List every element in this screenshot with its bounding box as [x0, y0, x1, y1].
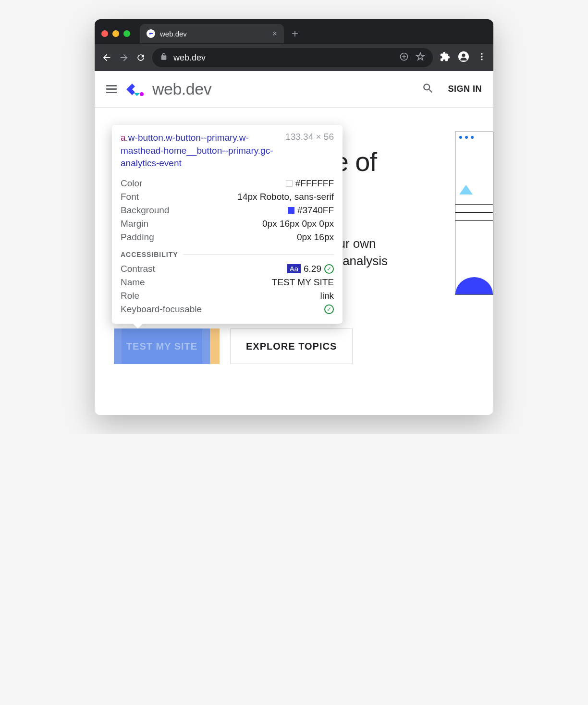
menu-icon[interactable]: [477, 52, 487, 63]
tab-title: web.dev: [160, 30, 187, 38]
bookmark-icon[interactable]: [416, 52, 425, 63]
forward-button[interactable]: [119, 52, 129, 63]
element-selector: a.w-button.w-button--primary.w-masthead-…: [121, 132, 280, 170]
page-content: web.dev SIGN IN re of your own nd analys…: [95, 71, 493, 415]
url-text: web.dev: [173, 53, 206, 63]
site-name: web.dev: [152, 80, 211, 98]
close-window-icon[interactable]: [101, 30, 108, 37]
button-label: TEST MY SITE: [122, 328, 202, 364]
style-row-padding: Padding 0px 16px: [121, 231, 334, 244]
reload-button[interactable]: [136, 53, 146, 62]
contrast-value: 6.29: [304, 264, 321, 274]
element-tag: a: [121, 133, 126, 143]
svg-point-2: [462, 54, 466, 57]
a11y-value: link: [320, 291, 334, 301]
site-logo[interactable]: web.dev: [125, 80, 211, 98]
search-button[interactable]: [422, 82, 434, 97]
test-my-site-button[interactable]: TEST MY SITE: [114, 328, 220, 364]
style-row-color: Color #FFFFFF: [121, 177, 334, 190]
browser-tab[interactable]: web.dev ×: [140, 24, 284, 43]
hero-section: re of your own nd analysis a.w-button.w-…: [95, 108, 493, 377]
footer-spacer: [95, 377, 493, 415]
back-button[interactable]: [101, 52, 112, 63]
toolbar-right: [440, 51, 487, 64]
contrast-badge: Aa: [287, 264, 301, 273]
hero-buttons: TEST MY SITE EXPLORE TOPICS: [114, 328, 353, 364]
site-header: web.dev SIGN IN: [95, 71, 493, 108]
install-icon[interactable]: [399, 52, 409, 63]
style-label: Padding: [121, 232, 154, 243]
style-value: #3740FF: [297, 205, 334, 216]
svg-point-3: [481, 53, 482, 55]
svg-point-4: [481, 56, 482, 57]
a11y-label: Name: [121, 277, 145, 288]
browser-window: web.dev × + web.dev: [95, 19, 493, 415]
favicon-icon: [147, 29, 155, 38]
a11y-row-role: Role link: [121, 289, 334, 303]
style-row-font: Font 14px Roboto, sans-serif: [121, 190, 334, 204]
header-right: SIGN IN: [422, 82, 482, 97]
style-value: 0px 16px 0px 0px: [262, 219, 334, 229]
maximize-window-icon[interactable]: [123, 30, 130, 37]
omnibox-actions: [399, 52, 425, 63]
style-label: Font: [121, 192, 139, 202]
devtools-inspector-tooltip: a.w-button.w-button--primary.w-masthead-…: [112, 125, 343, 324]
explore-topics-button[interactable]: EXPLORE TOPICS: [230, 328, 353, 364]
profile-icon[interactable]: [458, 51, 469, 64]
accessibility-section-header: ACCESSIBILITY: [121, 251, 334, 258]
svg-point-5: [481, 59, 482, 60]
signin-button[interactable]: SIGN IN: [448, 84, 482, 94]
new-tab-button[interactable]: +: [292, 27, 298, 40]
tab-strip: web.dev × +: [95, 19, 493, 44]
a11y-label: Role: [121, 291, 139, 301]
a11y-label: Keyboard-focusable: [121, 304, 202, 315]
browser-chrome: web.dev × + web.dev: [95, 19, 493, 71]
a11y-label: Contrast: [121, 264, 155, 274]
minimize-window-icon[interactable]: [112, 30, 119, 37]
hero-illustration: [455, 132, 493, 295]
element-dimensions: 133.34 × 56: [285, 132, 334, 170]
style-value: 0px 16px: [297, 232, 334, 243]
a11y-value: TEST MY SITE: [272, 277, 334, 288]
lock-icon: [160, 53, 168, 62]
style-row-background: Background #3740FF: [121, 204, 334, 217]
browser-toolbar: web.dev: [95, 44, 493, 71]
window-controls: [101, 30, 130, 37]
a11y-row-focusable: Keyboard-focusable ✓: [121, 303, 334, 316]
element-classes: .w-button.w-button--primary.w-masthead-h…: [121, 133, 273, 168]
logo-icon: [125, 81, 147, 98]
style-label: Color: [121, 178, 142, 189]
check-icon: ✓: [324, 264, 334, 274]
button-label: EXPLORE TOPICS: [246, 341, 337, 352]
check-icon: ✓: [324, 304, 334, 314]
style-label: Background: [121, 205, 169, 216]
extensions-icon[interactable]: [440, 51, 450, 64]
style-label: Margin: [121, 219, 148, 229]
close-tab-icon[interactable]: ×: [272, 29, 277, 39]
style-value: 14px Roboto, sans-serif: [237, 192, 334, 202]
style-value: #FFFFFF: [295, 178, 334, 189]
address-bar[interactable]: web.dev: [152, 48, 433, 67]
a11y-row-contrast: Contrast Aa 6.29 ✓: [121, 262, 334, 276]
hamburger-menu-button[interactable]: [106, 85, 117, 93]
a11y-row-name: Name TEST MY SITE: [121, 276, 334, 289]
style-row-margin: Margin 0px 16px 0px 0px: [121, 217, 334, 231]
svg-point-6: [140, 92, 144, 96]
